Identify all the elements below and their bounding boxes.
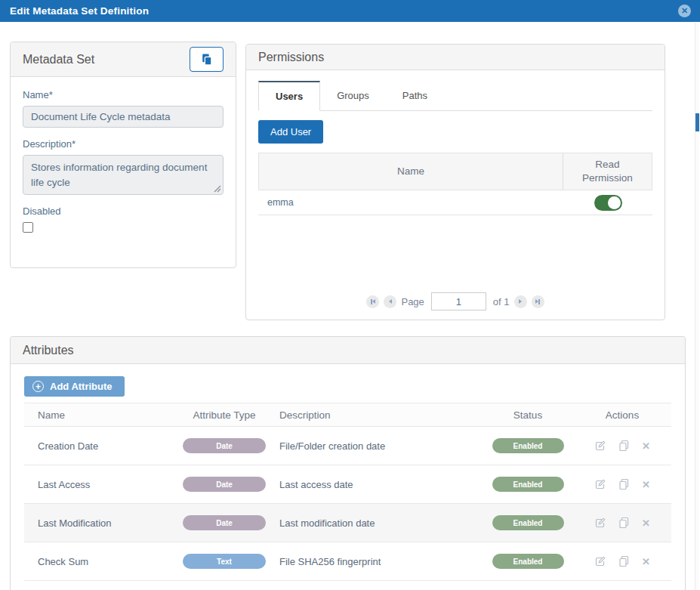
metadata-set-panel: Metadata Set Name* Description* Stores i… — [10, 42, 236, 268]
attribute-type-badge: Text — [183, 554, 266, 569]
status-badge: Enabled — [492, 438, 564, 453]
tab-users[interactable]: Users — [258, 81, 320, 111]
dialog-titlebar: Edit Metadata Set Definition ✕ — [0, 0, 700, 22]
previous-page-button[interactable] — [384, 295, 396, 308]
attribute-name: Last Access — [24, 479, 175, 490]
attribute-type-badge: Date — [183, 477, 266, 492]
column-header-name: Name — [24, 409, 175, 421]
description-label: Description* — [23, 138, 224, 150]
attribute-type-badge: Date — [183, 438, 266, 453]
attribute-name: Check Sum — [24, 556, 175, 567]
attribute-name: Creation Date — [24, 440, 175, 452]
status-badge: Enabled — [492, 515, 564, 530]
plus-icon: + — [32, 381, 44, 392]
duplicate-icon[interactable] — [618, 478, 630, 490]
first-page-button[interactable] — [366, 295, 379, 308]
column-header-attribute-type: Attribute Type — [175, 409, 273, 421]
attributes-table-header: Name Attribute Type Description Status A… — [24, 403, 671, 427]
metadata-set-panel-title: Metadata Set — [23, 53, 94, 66]
attribute-type-badge: Date — [183, 515, 266, 530]
read-permission-toggle[interactable] — [594, 195, 622, 211]
page-number-input[interactable] — [431, 292, 486, 310]
last-page-icon — [538, 299, 540, 304]
copy-icon — [200, 53, 213, 66]
attribute-description: Last modification date — [273, 517, 483, 529]
previous-page-icon — [389, 299, 392, 304]
edit-icon[interactable] — [594, 555, 606, 567]
permissions-panel-title: Permissions — [258, 51, 324, 64]
page-count-label: of 1 — [493, 296, 510, 307]
column-header-status: Status — [483, 409, 573, 421]
tab-groups-label: Groups — [337, 90, 369, 101]
status-badge: Enabled — [492, 477, 564, 492]
toggle-knob — [608, 196, 621, 209]
resize-handle-icon[interactable] — [213, 184, 221, 193]
copy-metadata-set-button[interactable] — [190, 47, 224, 72]
column-header-read-permission: Read Permission — [563, 153, 652, 190]
edit-metadata-dialog: { "colors": { "header_blue": "#1c6fb5", … — [0, 0, 700, 590]
name-field[interactable] — [23, 106, 224, 128]
permissions-panel-header: Permissions — [246, 45, 665, 70]
attributes-panel-header: Attributes — [11, 337, 685, 364]
delete-icon[interactable]: ✕ — [642, 480, 650, 490]
table-row: Last Access Date Last access date Enable… — [24, 465, 671, 504]
duplicate-icon[interactable] — [618, 555, 630, 567]
table-row: emma — [258, 190, 652, 215]
attribute-description: File/Folder creation date — [273, 440, 483, 452]
permissions-tabbar: Users Groups Paths — [258, 81, 652, 111]
column-header-name: Name — [259, 153, 563, 190]
next-page-button[interactable] — [514, 295, 527, 308]
metadata-set-panel-header: Metadata Set — [11, 42, 236, 77]
tab-paths-label: Paths — [402, 90, 427, 101]
attribute-description: Last access date — [273, 479, 483, 490]
table-row: Creation Date Date File/Folder creation … — [24, 427, 671, 465]
duplicate-icon[interactable] — [618, 517, 630, 529]
page-scrollbar-track[interactable] — [695, 23, 698, 590]
name-label: Name* — [23, 89, 224, 100]
permissions-table-header: Name Read Permission — [258, 153, 652, 190]
table-row: Last Modification Date Last modification… — [24, 504, 671, 542]
permissions-table: Name Read Permission emma — [258, 153, 652, 215]
column-header-description: Description — [273, 409, 483, 421]
delete-icon[interactable]: ✕ — [642, 518, 650, 528]
attribute-name: Last Modification — [24, 517, 175, 529]
attributes-panel: Attributes + Add Attribute Name Attribut… — [10, 336, 686, 590]
page-label: Page — [401, 296, 424, 307]
tab-paths[interactable]: Paths — [386, 81, 444, 110]
description-field[interactable]: Stores information regarding document li… — [23, 155, 224, 195]
edit-icon[interactable] — [594, 440, 606, 452]
delete-icon[interactable]: ✕ — [642, 557, 650, 567]
permissions-panel: Permissions Users Groups Paths Add User … — [245, 44, 665, 320]
status-badge: Enabled — [492, 554, 564, 569]
add-attribute-button[interactable]: + Add Attribute — [24, 376, 125, 397]
delete-icon[interactable]: ✕ — [642, 441, 650, 451]
page-scrollbar-thumb[interactable] — [695, 113, 699, 131]
table-row: Check Sum Text File SHA256 fingerprint E… — [24, 542, 671, 581]
description-value: Stores information regarding document li… — [31, 162, 207, 188]
duplicate-icon[interactable] — [618, 440, 630, 452]
attributes-panel-title: Attributes — [23, 344, 74, 357]
last-page-button[interactable] — [532, 295, 544, 308]
add-user-button[interactable]: Add User — [258, 120, 323, 144]
dialog-title: Edit Metadata Set Definition — [10, 5, 149, 17]
edit-icon[interactable] — [594, 478, 606, 490]
tab-groups[interactable]: Groups — [320, 81, 386, 110]
tab-users-label: Users — [276, 91, 303, 102]
edit-icon[interactable] — [594, 517, 606, 529]
disabled-label: Disabled — [23, 205, 224, 217]
column-header-actions: Actions — [573, 409, 671, 421]
read-permission-cell — [563, 195, 652, 211]
attribute-description: File SHA256 fingerprint — [273, 556, 483, 567]
user-name: emma — [258, 197, 563, 208]
close-icon[interactable]: ✕ — [678, 5, 691, 17]
disabled-checkbox[interactable] — [23, 222, 33, 233]
pagination: Page of 1 — [246, 292, 665, 310]
add-attribute-label: Add Attribute — [50, 381, 113, 392]
metadata-set-panel-body: Name* Description* Stores information re… — [11, 77, 236, 245]
next-page-icon — [519, 299, 522, 304]
attributes-panel-body: + Add Attribute Name Attribute Type Desc… — [11, 364, 685, 581]
attributes-table: Name Attribute Type Description Status A… — [24, 403, 671, 581]
first-page-arrow-icon — [372, 299, 375, 304]
permissions-panel-body: Users Groups Paths Add User Name Read Pe… — [246, 70, 665, 320]
